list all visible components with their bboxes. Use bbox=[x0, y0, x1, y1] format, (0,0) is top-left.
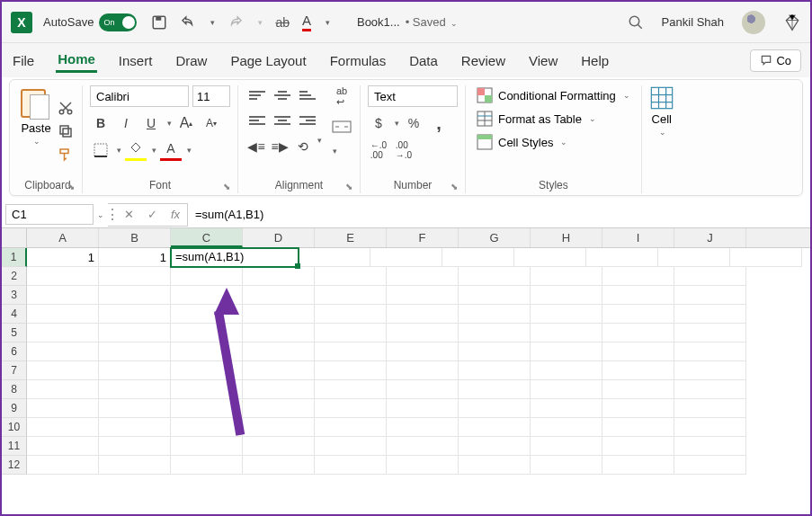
decrease-decimal-button[interactable]: .00→.0 bbox=[393, 139, 415, 161]
grow-font-button[interactable]: A▴ bbox=[175, 112, 197, 134]
cell[interactable] bbox=[315, 267, 387, 286]
font-color-button[interactable]: A bbox=[160, 139, 182, 161]
cell[interactable] bbox=[27, 380, 99, 399]
cell[interactable] bbox=[730, 248, 802, 267]
column-header[interactable]: J bbox=[674, 228, 746, 247]
cell[interactable] bbox=[315, 361, 387, 380]
user-avatar[interactable] bbox=[742, 11, 765, 34]
dialog-launcher-icon[interactable]: ⬊ bbox=[345, 182, 352, 191]
chevron-down-icon[interactable]: ⌄ bbox=[97, 210, 104, 219]
cell[interactable] bbox=[243, 343, 315, 361]
cell[interactable] bbox=[27, 267, 99, 286]
fill-color-button[interactable] bbox=[125, 139, 147, 161]
menu-draw[interactable]: Draw bbox=[174, 49, 209, 72]
cell[interactable] bbox=[171, 418, 243, 437]
cell[interactable] bbox=[171, 456, 243, 475]
row-header[interactable]: 6 bbox=[2, 343, 27, 361]
cell[interactable] bbox=[27, 361, 99, 380]
cell[interactable] bbox=[586, 248, 658, 267]
cell[interactable] bbox=[602, 380, 674, 399]
cell[interactable] bbox=[171, 324, 243, 343]
cell[interactable] bbox=[531, 380, 602, 399]
cut-icon[interactable] bbox=[57, 100, 75, 116]
row-header[interactable]: 11 bbox=[2, 437, 27, 456]
cell[interactable] bbox=[171, 305, 243, 324]
cell[interactable] bbox=[243, 437, 315, 456]
column-header[interactable]: F bbox=[387, 228, 459, 247]
row-header[interactable]: 1 bbox=[2, 248, 27, 267]
chevron-down-icon[interactable]: ▾ bbox=[152, 146, 156, 155]
menu-insert[interactable]: Insert bbox=[117, 49, 155, 72]
cell[interactable] bbox=[602, 399, 674, 418]
cell[interactable] bbox=[674, 361, 746, 380]
cell[interactable] bbox=[459, 267, 531, 286]
row-header[interactable]: 7 bbox=[2, 361, 27, 380]
cell[interactable] bbox=[674, 380, 746, 399]
cell[interactable] bbox=[171, 286, 243, 305]
save-status[interactable]: • Saved ⌄ bbox=[406, 15, 459, 29]
cell[interactable] bbox=[171, 380, 243, 399]
font-size-select[interactable] bbox=[192, 85, 230, 107]
menu-formulas[interactable]: Formulas bbox=[328, 49, 388, 72]
column-header[interactable]: B bbox=[99, 228, 171, 247]
cell[interactable] bbox=[602, 324, 674, 343]
cell[interactable] bbox=[531, 343, 602, 361]
row-header[interactable]: 2 bbox=[2, 267, 27, 286]
copy-icon[interactable] bbox=[57, 123, 75, 139]
cell[interactable] bbox=[531, 456, 602, 475]
chevron-down-icon[interactable]: ⌄ bbox=[33, 137, 40, 146]
save-icon[interactable] bbox=[151, 14, 167, 31]
row-header[interactable]: 10 bbox=[2, 418, 27, 437]
column-header[interactable]: C bbox=[171, 228, 243, 247]
percent-button[interactable]: % bbox=[403, 112, 424, 134]
italic-button[interactable]: I bbox=[115, 112, 137, 134]
font-color-qat-icon[interactable]: A bbox=[302, 13, 311, 31]
shrink-font-button[interactable]: A▾ bbox=[201, 112, 222, 134]
menu-home[interactable]: Home bbox=[56, 48, 97, 73]
cell[interactable] bbox=[315, 399, 387, 418]
cell[interactable] bbox=[171, 437, 243, 456]
dialog-launcher-icon[interactable]: ⬊ bbox=[451, 182, 458, 191]
menu-data[interactable]: Data bbox=[407, 49, 440, 72]
cell[interactable] bbox=[243, 324, 315, 343]
strikethrough-icon[interactable]: ab bbox=[275, 15, 290, 30]
cell[interactable] bbox=[315, 437, 387, 456]
cell[interactable] bbox=[243, 305, 315, 324]
cell[interactable] bbox=[674, 399, 746, 418]
chevron-down-icon[interactable]: ▾ bbox=[167, 119, 172, 128]
cell[interactable] bbox=[459, 380, 531, 399]
autosave-toggle[interactable]: On bbox=[99, 13, 137, 31]
cell[interactable] bbox=[602, 286, 674, 305]
cells-icon[interactable] bbox=[649, 85, 674, 111]
column-header[interactable]: G bbox=[459, 228, 531, 247]
cell[interactable] bbox=[99, 456, 171, 475]
cell[interactable] bbox=[459, 324, 531, 343]
cell[interactable] bbox=[531, 418, 602, 437]
cell[interactable] bbox=[459, 437, 531, 456]
menu-file[interactable]: File bbox=[11, 49, 36, 72]
cell[interactable] bbox=[674, 305, 746, 324]
menu-review[interactable]: Review bbox=[460, 49, 507, 72]
cell[interactable] bbox=[99, 361, 171, 380]
row-header[interactable]: 5 bbox=[2, 324, 27, 343]
cells-label[interactable]: Cell bbox=[652, 112, 672, 126]
align-bottom-button[interactable] bbox=[296, 85, 319, 105]
chevron-down-icon[interactable]: ▾ bbox=[187, 146, 192, 155]
cell[interactable] bbox=[99, 418, 171, 437]
cell[interactable] bbox=[27, 418, 99, 437]
cell[interactable] bbox=[243, 267, 315, 286]
row-header[interactable]: 4 bbox=[2, 305, 27, 324]
cell[interactable] bbox=[315, 286, 387, 305]
fx-button[interactable]: fx bbox=[164, 204, 187, 226]
menu-view[interactable]: View bbox=[527, 49, 559, 72]
chevron-down-icon[interactable]: ▾ bbox=[326, 18, 330, 27]
dialog-launcher-icon[interactable]: ⬊ bbox=[223, 182, 230, 191]
cell[interactable] bbox=[387, 399, 459, 418]
cell[interactable] bbox=[315, 418, 387, 437]
cell[interactable]: 1 bbox=[27, 248, 99, 267]
cell[interactable] bbox=[459, 343, 531, 361]
cell[interactable] bbox=[459, 399, 531, 418]
cell[interactable] bbox=[315, 380, 387, 399]
cell[interactable] bbox=[99, 286, 171, 305]
currency-button[interactable]: $ bbox=[368, 112, 389, 134]
